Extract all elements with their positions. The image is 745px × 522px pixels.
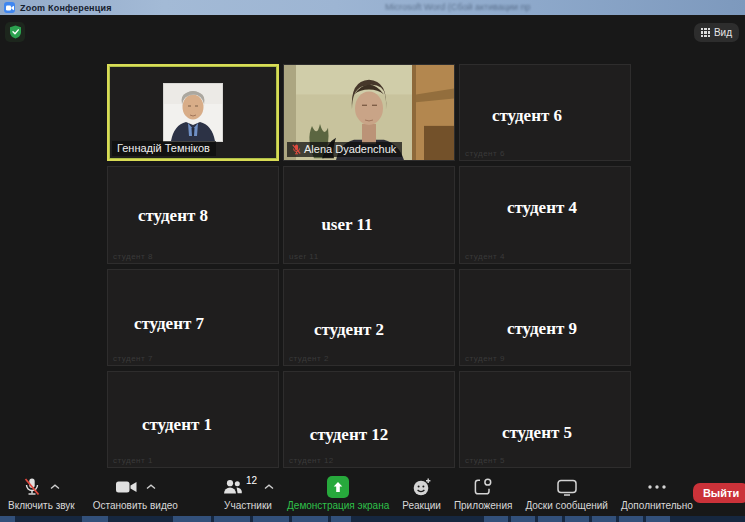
participant-name: Alena Dyadenchuk — [304, 143, 396, 155]
apps-icon — [473, 477, 493, 497]
participant-name-tag: Геннадій Темніков — [112, 141, 216, 156]
participants-button[interactable]: 12 Участники — [222, 476, 274, 511]
view-button[interactable]: Вид — [694, 23, 739, 42]
apps-button[interactable]: Приложения — [454, 476, 513, 511]
taskbar-app-button[interactable] — [592, 516, 616, 522]
participant-tile[interactable]: студент 7 студент 7 — [107, 269, 279, 366]
participant-corner-label: студент 12 — [289, 456, 334, 465]
taskbar-app-button[interactable] — [619, 516, 643, 522]
gallery-view-icon — [701, 28, 710, 37]
toolbar-left-group: Включить звук Остановить видео — [8, 476, 178, 511]
taskbar-app-button[interactable] — [173, 516, 211, 522]
whiteboard-icon — [555, 477, 579, 497]
reactions-label: Реакции — [402, 500, 441, 511]
video-options-chevron-icon[interactable] — [146, 484, 156, 490]
unmute-button[interactable]: Включить звук — [8, 476, 75, 511]
camera-icon — [115, 477, 138, 497]
participant-tile[interactable]: user 11 user 11 — [283, 166, 455, 263]
participant-tile[interactable]: студент 4 студент 4 — [459, 166, 631, 263]
background-window-title: Microsoft Word (Сбой активации пр — [385, 2, 665, 12]
window-titlebar: Zoom Конференция Microsoft Word (Сбой ак… — [0, 0, 745, 15]
taskbar-app-button[interactable] — [484, 516, 508, 522]
taskbar-app-button[interactable] — [292, 516, 328, 522]
taskbar-app-button[interactable] — [511, 516, 535, 522]
os-taskbar[interactable] — [0, 516, 745, 522]
participant-name: студент 6 — [492, 106, 562, 126]
toolbar-center-group: 12 Участники Демонстрация экрана — [222, 476, 693, 511]
participant-name: студент 4 — [507, 198, 577, 218]
reactions-button[interactable]: Реакции — [402, 476, 441, 511]
share-screen-button[interactable]: Демонстрация экрана — [287, 476, 389, 511]
window-title: Zoom Конференция — [20, 3, 112, 13]
share-screen-icon — [327, 476, 349, 498]
apps-label: Приложения — [454, 500, 513, 511]
view-button-label: Вид — [714, 27, 732, 38]
participant-name: студент 12 — [310, 425, 389, 445]
share-screen-label: Демонстрация экрана — [287, 500, 389, 511]
stop-video-button[interactable]: Остановить видео — [93, 476, 178, 511]
participant-tile[interactable]: студент 5 студент 5 — [459, 371, 631, 468]
participant-name: студент 9 — [507, 319, 577, 339]
taskbar-app-button[interactable] — [646, 516, 670, 522]
whiteboards-button[interactable]: Доски сообщений — [525, 476, 608, 511]
taskbar-app-button[interactable] — [253, 516, 289, 522]
zoom-app-icon — [4, 2, 15, 13]
taskbar-app-button[interactable] — [82, 516, 108, 522]
participant-corner-label: студент 1 — [113, 456, 153, 465]
participant-name: студент 2 — [314, 320, 384, 340]
participant-corner-label: студент 4 — [465, 252, 505, 261]
muted-mic-icon — [292, 144, 301, 155]
more-label: Дополнительно — [621, 500, 693, 511]
meeting-toolbar: Включить звук Остановить видео — [0, 470, 745, 516]
participant-name: студент 1 — [142, 415, 212, 435]
leave-meeting-button[interactable]: Выйти — [693, 483, 745, 503]
participant-photo — [164, 84, 222, 141]
participant-name: студент 7 — [134, 314, 204, 334]
participant-tile-gennadiy[interactable]: Геннадій Темніков — [107, 64, 279, 161]
participant-tile-alena[interactable]: Alena Dyadenchuk — [283, 64, 455, 161]
muted-mic-icon — [22, 477, 42, 497]
taskbar-app-button[interactable] — [538, 516, 562, 522]
participants-count: 12 — [246, 475, 257, 486]
participant-tile[interactable]: студент 1 студент 1 — [107, 371, 279, 468]
participant-tile[interactable]: студент 12 студент 12 — [283, 371, 455, 468]
participant-corner-label: user 11 — [289, 252, 319, 261]
participant-corner-label: студент 5 — [465, 456, 505, 465]
participant-corner-label: студент 9 — [465, 354, 505, 363]
more-dots-icon — [646, 477, 668, 497]
taskbar-app-button[interactable] — [565, 516, 589, 522]
participant-corner-label: студент 8 — [113, 252, 153, 261]
unmute-label: Включить звук — [8, 500, 75, 511]
participant-corner-label: студент 6 — [465, 149, 505, 158]
participant-name: user 11 — [321, 215, 372, 235]
reactions-smiley-icon — [412, 477, 432, 497]
participant-name: студент 8 — [138, 206, 208, 226]
taskbar-app-button[interactable] — [331, 516, 351, 522]
participant-grid: Геннадій Темніков — [107, 64, 631, 468]
participant-name: Геннадій Темніков — [117, 142, 210, 154]
participant-tile[interactable]: студент 2 студент 2 — [283, 269, 455, 366]
participants-icon — [222, 477, 243, 497]
security-shield-icon[interactable] — [5, 22, 25, 42]
stop-video-label: Остановить видео — [93, 500, 178, 511]
participant-name-tag: Alena Dyadenchuk — [287, 142, 402, 157]
participant-tile[interactable]: студент 9 студент 9 — [459, 269, 631, 366]
participant-name: студент 5 — [502, 423, 572, 443]
participants-label: Участники — [224, 500, 272, 511]
participant-corner-label: студент 7 — [113, 354, 153, 363]
more-button[interactable]: Дополнительно — [621, 476, 693, 511]
participants-chevron-icon[interactable] — [264, 484, 274, 490]
zoom-meeting-window: Zoom Конференция Microsoft Word (Сбой ак… — [0, 0, 745, 522]
participant-tile[interactable]: студент 8 студент 8 — [107, 166, 279, 263]
participant-corner-label: студент 2 — [289, 354, 329, 363]
participant-tile[interactable]: студент 6 студент 6 — [459, 64, 631, 161]
mic-options-chevron-icon[interactable] — [50, 484, 60, 490]
whiteboards-label: Доски сообщений — [525, 500, 608, 511]
taskbar-app-button[interactable] — [0, 516, 15, 522]
taskbar-app-button[interactable] — [214, 516, 250, 522]
